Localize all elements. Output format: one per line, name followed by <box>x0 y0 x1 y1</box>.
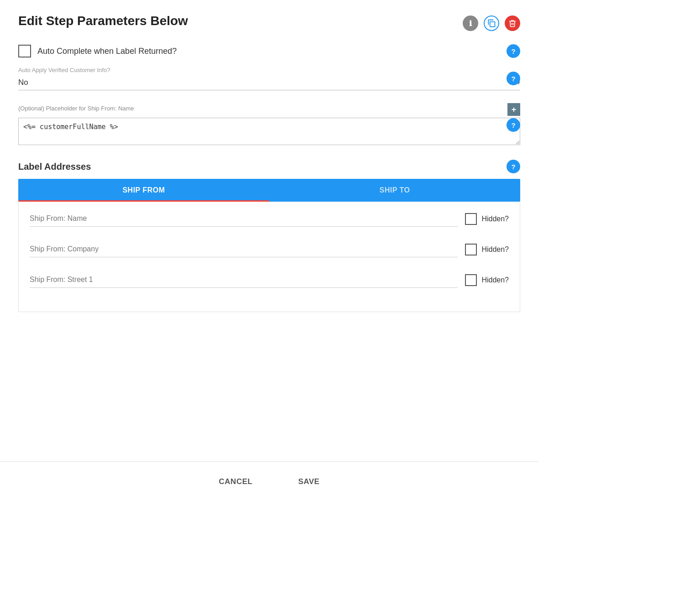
auto-complete-section: Auto Complete when Label Returned? ? <box>18 45 520 57</box>
form-area: Hidden? Hidden? Hidden? <box>18 202 520 312</box>
auto-complete-label: Auto Complete when Label Returned? <box>37 47 177 56</box>
copy-icon[interactable] <box>484 16 499 31</box>
form-row-name: Hidden? <box>30 211 509 227</box>
page-title: Edit Step Parameters Below <box>18 14 188 28</box>
footer: CANCEL SAVE <box>0 461 538 502</box>
cancel-button[interactable]: CANCEL <box>210 473 262 491</box>
hidden-checkbox-street1[interactable] <box>465 274 477 286</box>
hidden-row-name: Hidden? <box>465 213 509 225</box>
save-button[interactable]: SAVE <box>289 473 329 491</box>
ship-from-company-field <box>30 241 458 257</box>
placeholder-header: (Optional) Placeholder for Ship From: Na… <box>18 103 520 116</box>
ship-from-name-input[interactable] <box>30 211 458 227</box>
ship-from-street1-field <box>30 272 458 288</box>
placeholder-textarea[interactable]: <%= customerFullName %> <box>18 118 520 145</box>
auto-apply-help[interactable]: ? <box>507 72 520 85</box>
hidden-label-name: Hidden? <box>481 215 509 223</box>
label-addresses-help[interactable]: ? <box>507 160 520 173</box>
delete-icon[interactable] <box>505 16 520 31</box>
tab-ship-from[interactable]: SHIP FROM <box>18 179 269 202</box>
tab-ship-to[interactable]: SHIP TO <box>269 179 520 202</box>
auto-complete-help[interactable]: ? <box>507 44 520 58</box>
svg-rect-0 <box>490 22 495 27</box>
form-row-company: Hidden? <box>30 241 509 257</box>
auto-apply-label: Auto Apply Verified Customer Info? <box>18 67 520 73</box>
label-addresses-title: Label Addresses <box>18 162 91 172</box>
ship-from-street1-input[interactable] <box>30 272 458 288</box>
hidden-row-street1: Hidden? <box>465 274 509 286</box>
placeholder-section: (Optional) Placeholder for Ship From: Na… <box>18 103 520 147</box>
auto-apply-dropdown[interactable]: No ▾ <box>18 75 520 90</box>
hidden-label-company: Hidden? <box>481 245 509 254</box>
add-placeholder-button[interactable]: + <box>507 103 520 116</box>
ship-from-name-field <box>30 211 458 227</box>
header-row: Edit Step Parameters Below ℹ <box>18 14 520 31</box>
hidden-checkbox-name[interactable] <box>465 213 477 225</box>
form-row-street1: Hidden? <box>30 272 509 288</box>
placeholder-help[interactable]: ? <box>507 118 520 132</box>
header-icons: ℹ <box>463 16 520 31</box>
placeholder-label: (Optional) Placeholder for Ship From: Na… <box>18 105 134 112</box>
auto-apply-value: No <box>18 78 517 87</box>
hidden-checkbox-company[interactable] <box>465 244 477 255</box>
hidden-label-street1: Hidden? <box>481 276 509 284</box>
ship-from-company-input[interactable] <box>30 241 458 257</box>
label-addresses-row: Label Addresses ? <box>18 160 520 173</box>
auto-complete-checkbox[interactable] <box>18 45 31 57</box>
auto-apply-section: Auto Apply Verified Customer Info? No ▾ … <box>18 67 520 90</box>
hidden-row-company: Hidden? <box>465 244 509 255</box>
info-icon[interactable]: ℹ <box>463 16 478 31</box>
tabs-bar: SHIP FROM SHIP TO <box>18 179 520 202</box>
